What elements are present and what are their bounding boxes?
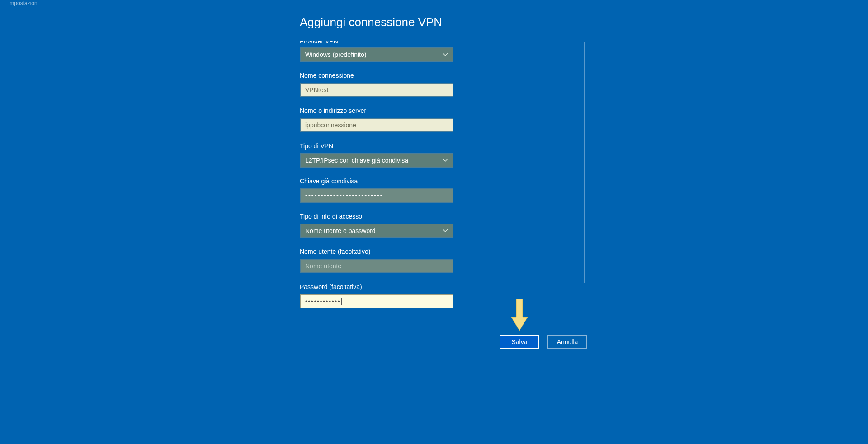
cancel-button[interactable]: Annulla [547, 335, 587, 349]
chevron-down-icon [443, 228, 448, 234]
psk-input[interactable]: ••••••••••••••••••••••••• [300, 188, 453, 203]
label-psk: Chiave già condivisa [300, 178, 453, 185]
label-signin-type: Tipo di info di accesso [300, 213, 453, 220]
group-vpn-type: Tipo di VPN L2TP/IPsec con chiave già co… [300, 142, 453, 168]
connection-name-value: VPNtest [305, 86, 328, 93]
label-password: Password (facoltativa) [300, 283, 453, 290]
server-input[interactable]: ippubconnessione [300, 118, 453, 132]
password-input[interactable]: •••••••••••• [300, 294, 453, 308]
svg-marker-0 [511, 299, 528, 331]
group-provider: Provider VPN Windows (predefinito) [300, 41, 453, 62]
label-username: Nome utente (facoltativo) [300, 248, 453, 255]
provider-select[interactable]: Windows (predefinito) [300, 47, 453, 62]
vpn-type-select[interactable]: L2TP/IPsec con chiave già condivisa [300, 153, 453, 168]
vpn-dialog: Aggiungi connessione VPN Provider VPN Wi… [97, 6, 771, 363]
save-button[interactable]: Salva [500, 335, 539, 349]
group-signin-type: Tipo di info di accesso Nome utente e pa… [300, 213, 453, 238]
group-username: Nome utente (facoltativo) Nome utente [300, 248, 453, 273]
signin-type-value: Nome utente e password [305, 227, 376, 234]
signin-type-select[interactable]: Nome utente e password [300, 224, 453, 238]
text-cursor [341, 298, 342, 305]
label-server: Nome o indirizzo server [300, 107, 453, 114]
label-vpn-type: Tipo di VPN [300, 142, 453, 150]
vpn-type-value: L2TP/IPsec con chiave già condivisa [305, 157, 408, 164]
group-psk: Chiave già condivisa •••••••••••••••••••… [300, 178, 453, 203]
chevron-down-icon [443, 158, 448, 163]
provider-value: Windows (predefinito) [305, 51, 366, 58]
vpn-form: Aggiungi connessione VPN Provider VPN Wi… [300, 15, 453, 318]
arrow-down-annotation-icon [509, 299, 529, 332]
window-title: Impostazioni [0, 0, 868, 6]
username-placeholder: Nome utente [305, 262, 341, 270]
group-server: Nome o indirizzo server ippubconnessione [300, 107, 453, 132]
page-title: Aggiungi connessione VPN [300, 15, 453, 29]
label-provider: Provider VPN [300, 41, 453, 44]
group-connection-name: Nome connessione VPNtest [300, 72, 453, 97]
server-value: ippubconnessione [305, 122, 356, 129]
connection-name-input[interactable]: VPNtest [300, 83, 453, 97]
vertical-divider [584, 42, 585, 283]
chevron-down-icon [443, 52, 448, 57]
dialog-buttons: Salva Annulla [500, 335, 587, 349]
label-connection-name: Nome connessione [300, 72, 453, 79]
group-password: Password (facoltativa) •••••••••••• [300, 283, 453, 308]
password-value: •••••••••••• [305, 298, 341, 305]
psk-value: ••••••••••••••••••••••••• [305, 192, 383, 199]
username-input[interactable]: Nome utente [300, 259, 453, 273]
